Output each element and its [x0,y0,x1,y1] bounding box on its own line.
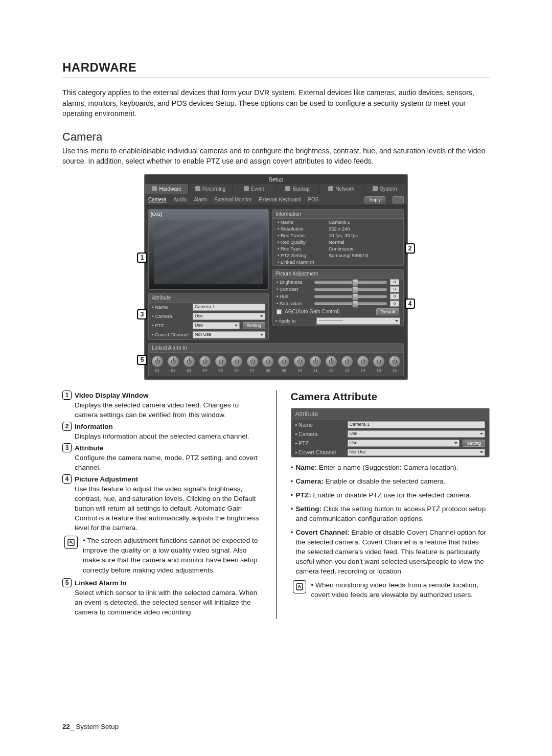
exp-title-2: Information [75,423,113,430]
brightness-slider[interactable] [314,281,387,284]
alarm-number: 11 [313,368,318,373]
exp-body-5: Select which sensor to link with the sel… [75,589,257,616]
exp-body-3: Configure the camera name, mode, PTZ set… [75,454,258,471]
exp-body-1: Displays the selected camera video feed.… [75,401,239,419]
slider-label: Brightness [277,279,311,285]
alarm-toggle-8[interactable]: ⏻ [262,356,273,367]
apply-to-select[interactable]: ---------------- [316,317,400,325]
hardware-icon [152,186,157,191]
svg-rect-1 [296,584,303,590]
slider-label: Hue [277,293,311,299]
callout-3: 3 [137,309,147,319]
mini-attr-header: Attribute [291,408,490,420]
alarm-number: 02 [171,368,175,373]
setup-window-figure: Setup Hardware Recording Event Backup Ne… [144,174,408,380]
mini-covert-select[interactable]: Not Use [348,449,486,456]
hue-slider[interactable] [314,295,387,298]
mini-name-label: Name [295,422,344,428]
subtab-alarm[interactable]: Alarm [194,197,207,202]
info-key: Rec Type [278,246,329,251]
exp-title-5: Linked Alarm In [75,579,126,587]
subtab-external-monitor[interactable]: External Monitor [214,197,251,202]
attr-covert-select[interactable]: Not Use [193,331,265,338]
recording-icon [195,186,200,191]
contrast-slider[interactable] [314,288,387,291]
attr-setting-button[interactable]: Setting [243,322,265,329]
info-value: Normal [329,239,344,245]
tab-recording[interactable]: Recording [189,184,232,194]
attribute-panel: Attribute Name Camera 1 Camera Use PTZ U… [148,293,269,340]
mini-setting-button[interactable]: Setting [463,440,485,447]
section-description: Use this menu to enable/disable individu… [62,146,490,167]
sub-tabs: Camera Audio Alarm External Monitor Exte… [145,194,407,206]
callout-ref-1: 1 [62,391,72,400]
info-key: Resolution [278,226,329,232]
default-button[interactable]: Default [376,308,399,315]
explanation-right-column: Camera Attribute Attribute Name Camera 1… [291,391,490,619]
tab-network[interactable]: Network [319,184,363,194]
info-key: Rec Quality [278,239,329,245]
alarm-toggle-4[interactable]: ⏻ [199,356,211,367]
mini-name-input[interactable]: Camera 1 [348,421,486,428]
alarm-number: 07 [250,368,255,373]
attribute-header: Attribute [149,293,268,303]
subtab-pos[interactable]: POS [308,197,318,202]
alarm-toggle-1[interactable]: ⏻ [152,356,163,367]
note-icon [64,536,78,549]
main-tabs: Hardware Recording Event Backup Network … [145,184,407,194]
saturation-slider[interactable] [314,302,387,305]
alarm-number: 04 [202,368,207,373]
alarm-number: 14 [361,368,365,373]
callout-ref-3: 3 [62,443,72,452]
brightness-value: 0 [390,279,399,285]
mini-ptz-label: PTZ [295,440,344,446]
alarm-toggle-14[interactable]: ⏻ [357,356,369,367]
tab-system[interactable]: System [363,184,407,194]
tab-hardware[interactable]: Hardware [145,184,189,194]
attr-name-input[interactable]: Camera 1 [193,304,265,311]
attribute-bullet: PTZ: Enable or disable PTZ use for the s… [291,490,490,500]
info-key: PTZ Setting [278,253,329,258]
alarm-toggle-15[interactable]: ⏻ [373,356,384,367]
exit-icon[interactable] [393,196,404,203]
subtab-camera[interactable]: Camera [148,197,167,202]
agc-label: AGC(Auto Gain Control) [285,309,340,314]
callout-ref-5: 5 [62,578,72,587]
alarm-number: 16 [392,368,397,373]
alarm-toggle-6[interactable]: ⏻ [231,356,242,367]
tab-backup[interactable]: Backup [276,184,319,194]
system-icon [373,186,378,191]
attr-ptz-select[interactable]: Use [193,322,240,329]
info-value: 352 x 240 [329,226,350,232]
subtab-audio[interactable]: Audio [174,197,187,202]
alarm-toggle-12[interactable]: ⏻ [326,356,337,367]
exp-title-3: Attribute [75,444,104,452]
alarm-toggle-5[interactable]: ⏻ [215,356,226,367]
mini-ptz-select[interactable]: Use [348,440,459,447]
attr-camera-select[interactable]: Use [193,313,265,320]
callout-5: 5 [137,355,147,365]
alarm-toggle-13[interactable]: ⏻ [341,356,353,367]
alarm-toggle-11[interactable]: ⏻ [310,356,321,367]
tab-event[interactable]: Event [233,184,276,194]
saturation-value: 0 [390,301,399,307]
info-value: Continuous [329,246,353,251]
video-preview: [C01] [148,209,269,290]
apply-to-label: Apply to [275,318,313,324]
agc-checkbox[interactable] [277,309,282,314]
alarm-number: 10 [297,368,302,373]
alarm-toggle-9[interactable]: ⏻ [278,356,289,367]
alarm-toggle-7[interactable]: ⏻ [247,356,258,367]
alarm-toggle-16[interactable]: ⏻ [389,356,400,367]
note-icon [293,580,306,593]
alarm-toggle-3[interactable]: ⏻ [183,356,195,367]
subtab-external-keyboard[interactable]: External Keyboard [259,197,301,202]
information-header: Information [272,210,403,219]
mini-camera-select[interactable]: Use [348,430,486,438]
info-value: Camera 1 [329,219,350,225]
alarm-toggle-10[interactable]: ⏻ [294,356,305,367]
alarm-toggle-2[interactable]: ⏻ [168,356,179,367]
apply-button[interactable]: Apply [364,196,385,203]
mini-camera-label: Camera [295,431,344,437]
intro-paragraph: This category applies to the external de… [62,87,490,119]
